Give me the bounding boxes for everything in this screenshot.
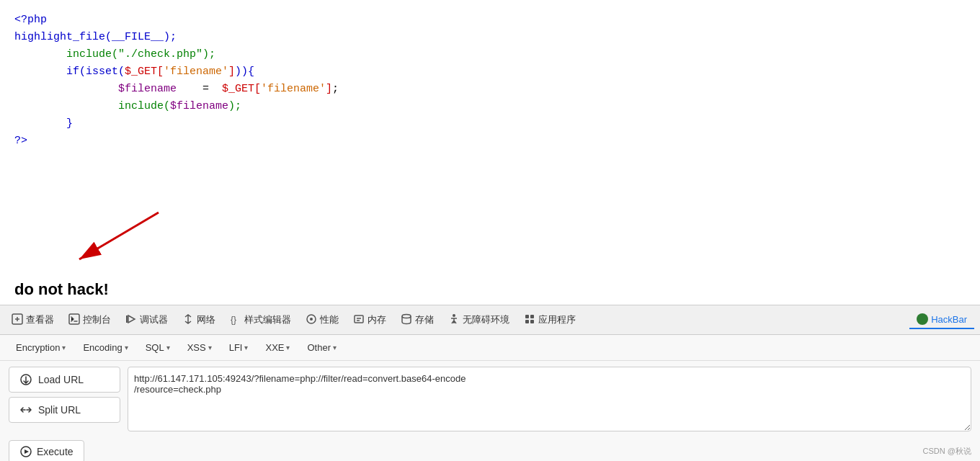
devtools-item-perf[interactable]: 性能 xyxy=(300,310,344,330)
svg-rect-14 xyxy=(525,320,529,323)
encryption-label: Encryption xyxy=(16,342,60,353)
other-label: Other xyxy=(307,342,331,353)
code-filename-ref: $filename xyxy=(170,100,228,112)
hackbar-tab[interactable]: HackBar xyxy=(909,310,974,329)
split-url-label: Split URL xyxy=(38,404,81,416)
devtools-label-network: 网络 xyxy=(197,313,215,326)
devtools-item-a11y[interactable]: 无障碍环境 xyxy=(442,310,515,330)
code-close-brace: } xyxy=(66,117,73,130)
lfi-arrow: ▾ xyxy=(244,344,248,352)
devtools-label-a11y: 无障碍环境 xyxy=(463,313,509,326)
code-line-6-indent xyxy=(14,100,118,112)
xxe-arrow: ▾ xyxy=(286,344,290,352)
code-line-1: <?php xyxy=(14,14,47,26)
code-paren: )){ xyxy=(235,66,254,78)
xxe-menu[interactable]: XXE ▾ xyxy=(258,339,297,356)
execute-icon xyxy=(19,445,32,458)
code-include-2: include( xyxy=(118,100,170,112)
inspect-icon xyxy=(12,313,23,327)
code-semi-1: ; xyxy=(332,83,339,95)
style-icon: {} xyxy=(230,313,241,327)
network-icon xyxy=(182,313,194,327)
sql-label: SQL xyxy=(146,342,164,353)
svg-marker-4 xyxy=(128,315,135,323)
code-line-5-indent xyxy=(14,83,118,95)
code-eq: = xyxy=(177,83,222,95)
code-if: if(isset( xyxy=(66,66,125,78)
svg-marker-18 xyxy=(24,449,29,454)
devtools-label-console: 控制台 xyxy=(83,313,111,326)
devtools-item-network[interactable]: 网络 xyxy=(177,310,221,330)
devtools-item-apps[interactable]: 应用程序 xyxy=(518,310,582,330)
execute-row: Execute xyxy=(0,437,980,461)
devtools-item-memory[interactable]: 内存 xyxy=(347,310,392,330)
apps-icon xyxy=(524,313,535,327)
svg-point-11 xyxy=(453,314,455,317)
devtools-label-memory: 内存 xyxy=(368,313,386,326)
code-include-1: include("./check.php"); xyxy=(66,48,215,61)
memory-icon xyxy=(353,313,365,327)
devtools-item-inspect[interactable]: 查看器 xyxy=(6,310,60,330)
sql-menu[interactable]: SQL ▾ xyxy=(138,339,177,356)
lfi-menu[interactable]: LFI ▾ xyxy=(222,339,256,356)
watermark: CSDN @秋说 xyxy=(923,446,971,457)
svg-rect-12 xyxy=(525,315,529,318)
devtools-label-debugger: 调试器 xyxy=(140,313,168,326)
storage-icon xyxy=(401,313,412,327)
code-line-7-indent xyxy=(14,117,66,130)
load-url-button[interactable]: Load URL xyxy=(9,367,120,393)
a11y-icon xyxy=(448,313,460,327)
devtools-item-storage[interactable]: 存储 xyxy=(395,310,440,330)
hackbar-menu: Encryption ▾ Encoding ▾ SQL ▾ XSS ▾ LFI … xyxy=(0,335,980,361)
svg-rect-9 xyxy=(355,315,363,323)
perf-icon xyxy=(306,313,317,327)
hackbar-icon xyxy=(917,313,928,325)
code-line-2: highlight_file(__FILE__); xyxy=(14,31,177,43)
code-key-1: 'filename' xyxy=(164,66,228,78)
code-bracket: ] xyxy=(228,66,235,78)
devtools-item-console[interactable]: 控制台 xyxy=(63,310,117,330)
encoding-arrow: ▾ xyxy=(125,344,128,352)
code-bracket-2: ] xyxy=(326,83,332,95)
xss-arrow: ▾ xyxy=(208,344,212,352)
hackbar-label: HackBar xyxy=(931,314,967,325)
split-url-icon xyxy=(19,403,32,416)
encoding-menu[interactable]: Encoding ▾ xyxy=(76,339,135,356)
xxe-label: XXE xyxy=(265,342,284,353)
code-line-4-indent xyxy=(14,66,66,78)
execute-button[interactable]: Execute xyxy=(9,440,84,461)
svg-rect-5 xyxy=(126,315,128,323)
devtools-label-storage: 存储 xyxy=(415,313,434,326)
devtools-item-debugger[interactable]: 调试器 xyxy=(120,310,174,330)
code-display: <?php highlight_file(__FILE__); include(… xyxy=(0,0,980,277)
code-close-tag: ?> xyxy=(14,135,27,147)
url-input[interactable]: http://61.147.171.105:49243/?filename=ph… xyxy=(128,367,971,431)
debugger-icon xyxy=(125,313,137,327)
svg-text:{}: {} xyxy=(231,315,236,325)
hackbar-panel: Encryption ▾ Encoding ▾ SQL ▾ XSS ▾ LFI … xyxy=(0,335,980,461)
sql-arrow: ▾ xyxy=(166,344,170,352)
code-get-2: $_GET[ xyxy=(222,83,261,95)
devtools-label-style: 样式编辑器 xyxy=(244,313,291,326)
devtools-item-style[interactable]: {} 样式编辑器 xyxy=(224,310,297,330)
svg-rect-15 xyxy=(530,320,534,323)
other-menu[interactable]: Other ▾ xyxy=(300,339,344,356)
execute-label: Execute xyxy=(37,446,74,457)
svg-point-8 xyxy=(310,318,313,321)
devtools-label-inspect: 查看器 xyxy=(26,313,54,326)
encoding-label: Encoding xyxy=(83,342,122,353)
load-url-icon xyxy=(19,373,32,386)
code-key-2: 'filename' xyxy=(261,83,326,95)
load-url-label: Load URL xyxy=(38,374,84,385)
lfi-label: LFI xyxy=(229,342,243,353)
warning-text: do not hack! xyxy=(0,277,980,305)
xss-label: XSS xyxy=(187,342,206,353)
encryption-menu[interactable]: Encryption ▾ xyxy=(9,339,73,356)
xss-menu[interactable]: XSS ▾ xyxy=(180,339,219,356)
encryption-arrow: ▾ xyxy=(62,344,66,352)
split-url-button[interactable]: Split URL xyxy=(9,397,120,423)
code-filename-var: $filename xyxy=(118,83,177,95)
devtools-label-apps: 应用程序 xyxy=(538,313,576,326)
svg-point-10 xyxy=(402,314,411,318)
devtools-toolbar: 查看器 控制台 调试器 网络 {} 样式编辑器 性能 内存 xyxy=(0,305,980,335)
